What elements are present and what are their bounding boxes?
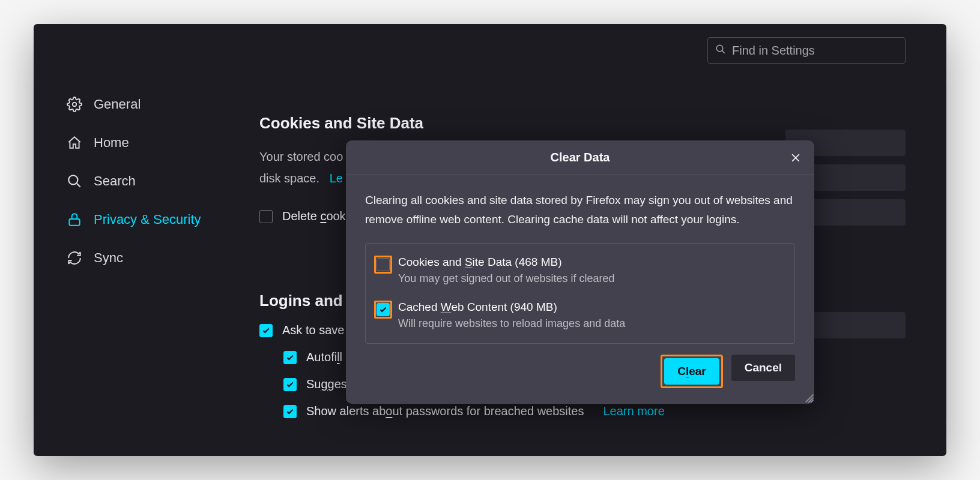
option-cookies-label: Cookies and Site Data (468 MB) — [398, 256, 615, 269]
breached-checkbox-row[interactable]: Show alerts about passwords for breached… — [283, 404, 906, 418]
close-icon — [790, 152, 802, 164]
sidebar-item-search[interactable]: Search — [66, 173, 246, 190]
sidebar-item-general[interactable]: General — [66, 96, 246, 113]
sidebar-label-home: Home — [94, 135, 129, 151]
svg-point-3 — [68, 175, 77, 184]
checkbox-checked[interactable] — [283, 405, 297, 418]
search-input[interactable] — [732, 44, 898, 58]
sidebar-label-general: General — [94, 97, 141, 112]
clear-data-options: Cookies and Site Data (468 MB) You may g… — [365, 243, 795, 344]
sync-icon — [66, 250, 83, 266]
option-cookies[interactable]: Cookies and Site Data (468 MB) You may g… — [374, 253, 786, 286]
option-cache-sub: Will require websites to reload images a… — [398, 317, 625, 330]
svg-line-4 — [77, 184, 80, 187]
sidebar-label-sync: Sync — [94, 250, 123, 266]
breached-label: Show alerts about passwords for breached… — [306, 404, 584, 418]
cookies-checkbox[interactable] — [377, 258, 390, 271]
sidebar-item-home[interactable]: Home — [66, 134, 246, 151]
highlight-box — [374, 256, 392, 274]
learn-more-link[interactable]: Le — [330, 172, 343, 185]
cache-checkbox[interactable] — [377, 303, 390, 316]
modal-title-bar: Clear Data — [346, 140, 814, 175]
home-icon — [66, 134, 83, 151]
svg-rect-5 — [69, 219, 79, 226]
clear-button[interactable]: Clear — [664, 358, 719, 385]
close-button[interactable] — [788, 150, 803, 166]
gear-icon — [66, 96, 83, 113]
search-icon — [715, 44, 726, 57]
highlight-box: Clear — [661, 355, 723, 388]
modal-body: Clearing all cookies and site data store… — [346, 175, 814, 404]
highlight-box — [374, 301, 392, 319]
checkbox-checked[interactable] — [259, 324, 273, 337]
sidebar-item-sync[interactable]: Sync — [66, 250, 246, 266]
autofill-label: Autofill — [306, 350, 342, 364]
checkbox-checked[interactable] — [283, 378, 297, 391]
settings-sidebar: General Home Search Privacy & Security S… — [66, 96, 246, 266]
search-icon — [66, 173, 83, 190]
sidebar-label-privacy: Privacy & Security — [94, 212, 201, 227]
modal-description: Clearing all cookies and site data store… — [365, 191, 795, 230]
learn-more-link[interactable]: Learn more — [603, 404, 664, 418]
option-cache-label: Cached Web Content (940 MB) — [398, 301, 625, 314]
search-settings-box[interactable] — [707, 37, 906, 64]
cancel-button[interactable]: Cancel — [731, 355, 795, 381]
checkbox-unchecked[interactable] — [259, 210, 273, 223]
svg-point-2 — [73, 103, 77, 107]
clear-data-modal: Clear Data Clearing all cookies and site… — [346, 140, 814, 404]
sidebar-label-search: Search — [94, 173, 136, 189]
settings-window: General Home Search Privacy & Security S… — [34, 24, 946, 456]
svg-point-0 — [716, 45, 723, 52]
suggest-label: Suggest — [306, 377, 350, 391]
checkbox-checked[interactable] — [283, 351, 297, 364]
sidebar-item-privacy[interactable]: Privacy & Security — [66, 211, 246, 228]
delete-cookies-label: Delete cook — [282, 209, 346, 223]
modal-buttons: Clear Cancel — [365, 344, 795, 388]
resize-handle[interactable] — [803, 393, 813, 403]
option-cookies-sub: You may get signed out of websites if cl… — [398, 272, 615, 285]
modal-title: Clear Data — [551, 151, 610, 164]
svg-line-1 — [722, 51, 725, 53]
ask-save-label: Ask to save — [282, 323, 344, 337]
cookies-heading: Cookies and Site Data — [259, 114, 906, 133]
lock-icon — [66, 211, 83, 228]
option-cache[interactable]: Cached Web Content (940 MB) Will require… — [374, 298, 786, 331]
